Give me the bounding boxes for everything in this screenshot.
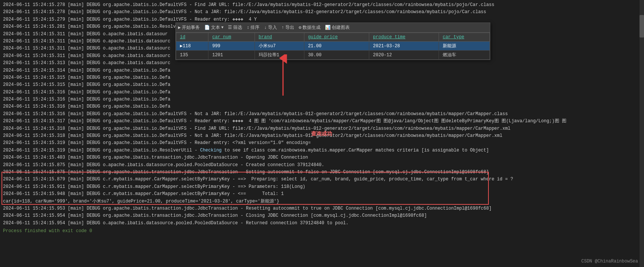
log-line: 2024-06-11 15:24:15.313 [main] DEBUG o.a… [0, 60, 644, 67]
cell-row0-col3[interactable]: 21.00 [304, 42, 369, 51]
table-row[interactable]: 1351201玛莎拉蒂130.002020-12燃油车 [176, 51, 490, 60]
log-line: 2024-06-11 15:24:15.911 [main] DEBUG c.r… [0, 183, 644, 190]
cell-row1-col0[interactable]: 135 [176, 51, 208, 60]
cell-row1-col2[interactable]: 玛莎拉蒂1 [255, 51, 304, 60]
watermark: CSDN @ChinaRainbowSea [581, 259, 638, 264]
col-header-car-num[interactable]: car_num [208, 33, 255, 42]
db-toolbar: ▶ 开始事务 📄 文本 ▼ ☰ 筛选 ↕ 排序 ↓ 导入 ↑ 导出 [176, 23, 490, 33]
filter-icon: ☰ [228, 25, 232, 30]
log-line: 2024-06-11 15:24:15.954 [main] DEBUG o.a… [0, 220, 644, 227]
text-dropdown-icon: ▼ [221, 26, 223, 30]
chart-icon: 📊 [325, 25, 331, 30]
toolbar-sort[interactable]: ↕ 排序 [247, 24, 259, 31]
log-line: 2024-06-11 15:24:15.318 [main] DEBUG org… [0, 132, 644, 140]
toolbar-text[interactable]: 📄 文本 ▼ [204, 24, 223, 31]
cell-row1-col5[interactable]: 燃油车 [439, 51, 490, 60]
log-line: 2024-06-11 15:24:15.875 [main] DEBUG o.a… [0, 162, 644, 169]
log-line: 2024-06-11 15:24:15.879 [main] DEBUG c.r… [0, 176, 644, 183]
scrollbar-thumb[interactable] [640, 15, 644, 38]
toolbar-export[interactable]: ↑ 导出 [282, 24, 294, 31]
log-line: 2024-06-11 15:24:15.948 [main] DEBUG c.r… [0, 190, 644, 198]
cell-row1-col3[interactable]: 30.00 [304, 51, 369, 60]
log-line: 2024-06-11 15:24:15.315 [main] DEBUG org… [0, 74, 644, 81]
import-icon: ↓ [264, 25, 267, 30]
table-row[interactable]: ▶118999小米su721.002021-03-28新能源 [176, 42, 490, 51]
cell-row0-col5[interactable]: 新能源 [439, 42, 490, 51]
log-line: 2024-06-11 15:24:15.318 [main] DEBUG org… [0, 125, 644, 132]
log-line: 2024-06-11 15:24:15.278 [main] DEBUG org… [0, 9, 644, 16]
data-gen-icon: ⚙ [299, 25, 301, 30]
log-line: 2024-06-11 15:24:15.315 [main] DEBUG org… [0, 81, 644, 88]
log-line: 2024-06-11 15:24:15.316 [main] DEBUG org… [0, 111, 644, 118]
cell-row0-col1[interactable]: 999 [208, 42, 255, 51]
log-line: car{id=118, carNum='999', brand='小米su7',… [0, 198, 644, 205]
cell-row1-col4[interactable]: 2020-12 [369, 51, 439, 60]
export-icon: ↑ [282, 25, 284, 30]
log-line: 2024-06-11 15:24:15.316 [main] DEBUG org… [0, 89, 644, 96]
cell-row0-col0[interactable]: ▶118 [176, 42, 208, 51]
log-line: 2024-06-11 15:24:15.319 [main] DEBUG org… [0, 140, 644, 147]
col-header-guide-price[interactable]: guide_price [304, 33, 369, 42]
toolbar-filter[interactable]: ☰ 筛选 [228, 24, 242, 31]
toolbar-import[interactable]: ↓ 导入 [264, 24, 277, 31]
log-line: Process finished with exit code 0 [0, 228, 644, 235]
toolbar-data-gen[interactable]: ⚙ 数据生成 [299, 24, 321, 31]
log-line: 2024-06-11 15:24:15.954 [main] DEBUG org… [0, 212, 644, 219]
result-table: id car_num brand guide_price produce_tim… [176, 33, 490, 60]
col-header-brand[interactable]: brand [255, 33, 304, 42]
toolbar-create-chart[interactable]: 📊 创建图表 [325, 24, 350, 31]
scrollbar[interactable] [640, 0, 644, 267]
text-icon: 📄 [204, 25, 210, 30]
toolbar-start-transaction[interactable]: ▶ 开始事务 [178, 24, 200, 31]
db-table-wrap[interactable]: id car_num brand guide_price produce_tim… [176, 33, 490, 60]
log-line: 2024-06-11 15:24:15.316 [main] DEBUG org… [0, 103, 644, 110]
db-overlay[interactable]: ▶ 开始事务 📄 文本 ▼ ☰ 筛选 ↕ 排序 ↓ 导入 ↑ 导出 [175, 22, 490, 60]
sort-icon: ↕ [247, 25, 249, 30]
log-line: 2024-06-11 15:24:15.403 [main] DEBUG org… [0, 154, 644, 161]
log-line: 2024-06-11 15:24:15.953 [main] DEBUG org… [0, 205, 644, 212]
cell-row0-col2[interactable]: 小米su7 [255, 42, 304, 51]
log-line: 2024-06-11 15:24:15.317 [main] DEBUG org… [0, 118, 644, 125]
table-body: ▶118999小米su721.002021-03-28新能源1351201玛莎拉… [176, 42, 490, 60]
col-header-id[interactable]: id [176, 33, 208, 42]
col-header-car-type[interactable]: car_type [439, 33, 490, 42]
log-line: 2024-06-11 15:24:15.314 [main] DEBUG org… [0, 67, 644, 74]
cell-row1-col1[interactable]: 1201 [208, 51, 255, 60]
table-header-row: id car_num brand guide_price produce_tim… [176, 33, 490, 42]
start-transaction-icon: ▶ [178, 25, 181, 30]
cell-row0-col4[interactable]: 2021-03-28 [369, 42, 439, 51]
log-line: 2024-06-11 15:24:15.316 [main] DEBUG org… [0, 96, 644, 103]
log-line: 2024-06-11 15:24:15.319 [main] DEBUG org… [0, 147, 644, 154]
log-line: 2024-06-11 15:24:15.875 [main] DEBUG org… [0, 169, 644, 176]
log-line: 2024-06-11 15:24:15.278 [main] DEBUG org… [0, 2, 644, 9]
terminal-window: 2024-06-11 15:24:15.278 [main] DEBUG org… [0, 0, 644, 267]
col-header-produce-time[interactable]: produce_time [369, 33, 439, 42]
